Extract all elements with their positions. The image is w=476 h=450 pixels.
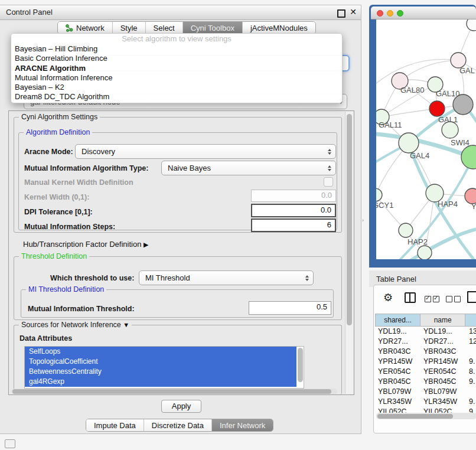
zoom-traffic-light-icon[interactable] xyxy=(397,10,403,17)
table-cell: 9. xyxy=(466,397,476,407)
settings-gear-icon[interactable]: ⚙ xyxy=(383,291,393,304)
table-row[interactable]: YPR145WYPR145W9. xyxy=(375,357,476,367)
table-row[interactable]: YER054CYER054C8. xyxy=(375,367,476,377)
table-toolbar: ⚙ xyxy=(374,290,476,306)
kernel-width-field[interactable]: 0.0 xyxy=(251,190,336,202)
control-panel-titlebar[interactable]: Control Panel ✕ xyxy=(0,5,361,20)
mi-threshold-group-title: MI Threshold Definition xyxy=(26,285,106,294)
dpi-tolerance-field[interactable]: 0.0 xyxy=(251,204,336,217)
aracne-mode-combobox[interactable]: Discovery xyxy=(75,144,336,159)
bottom-tab-infer-network[interactable]: Infer Network xyxy=(212,419,273,431)
network-node-gal4[interactable] xyxy=(399,133,419,153)
network-node-gal1[interactable] xyxy=(429,101,445,116)
minimize-traffic-light-icon[interactable] xyxy=(387,10,393,17)
table-cell: YDL19... xyxy=(420,327,466,337)
network-node[interactable] xyxy=(453,94,473,115)
column-header-2[interactable] xyxy=(465,314,476,326)
network-node[interactable] xyxy=(467,19,476,31)
manual-kernel-width-checkbox[interactable] xyxy=(324,177,333,187)
table-row[interactable]: YLR345WYLR345W9. xyxy=(375,397,476,407)
table-row[interactable]: YDL19...YDL19...13 xyxy=(375,327,476,337)
node-label: SWI4 xyxy=(451,138,470,147)
export-table-icon[interactable] xyxy=(467,291,476,303)
algorithm-option[interactable]: Mutual Information Inference xyxy=(11,73,342,83)
node-label: GAL xyxy=(459,66,475,75)
table-row[interactable]: YBR045CYBR045C9. xyxy=(375,377,476,387)
table-cell: YLR345W xyxy=(375,397,420,407)
node-label: GAL11 xyxy=(379,120,402,129)
list-vertical-scrollbar[interactable] xyxy=(298,348,303,382)
data-attribute-item-selected[interactable]: SelfLoops xyxy=(25,347,296,357)
close-traffic-light-icon[interactable] xyxy=(377,10,383,17)
table-cell: 9. xyxy=(466,377,476,387)
float-window-icon[interactable] xyxy=(337,9,345,18)
cyni-algorithm-settings-title: Cyni Algorithm Settings xyxy=(19,113,100,121)
stepper-arrows-icon xyxy=(328,149,331,155)
data-attributes-label: Data Attributes xyxy=(19,334,72,343)
select-all-checkboxes-icon[interactable] xyxy=(425,294,441,305)
algorithm-option[interactable]: ARACNE Algorithm xyxy=(11,64,342,73)
deselect-all-checkboxes-icon[interactable] xyxy=(446,294,462,305)
cytopanel-dock-icon[interactable] xyxy=(5,439,15,448)
network-node[interactable] xyxy=(461,145,476,169)
network-node-gcy1[interactable] xyxy=(376,188,382,201)
split-panel-icon[interactable] xyxy=(405,292,416,303)
data-attribute-item-selected[interactable]: gal4RGexp xyxy=(25,377,296,387)
algorithm-option[interactable]: Bayesian – Hill Climbing xyxy=(11,44,342,54)
table-horizontal-scrollbar[interactable] xyxy=(376,413,476,419)
settings-vertical-scrollbar[interactable] xyxy=(345,112,353,394)
hub-definition-section[interactable]: Hub/Transcription Factor Definition ▶ xyxy=(23,240,148,249)
network-node[interactable] xyxy=(418,246,432,259)
panel-splitter-handle[interactable]: › xyxy=(362,217,364,223)
which-threshold-combobox[interactable]: MI Threshold xyxy=(139,270,314,285)
network-node-swi4[interactable] xyxy=(442,122,458,138)
tab-label: jActiveMNodules xyxy=(250,24,308,32)
network-canvas[interactable]: GALGAL80GAL10GAL1GAL11SWI4GAL4GCY1HAP4YH… xyxy=(376,19,476,259)
bottom-tab-discretize-data[interactable]: Discretize Data xyxy=(144,419,212,431)
table-row[interactable]: YDR27...YDR27...12 xyxy=(375,337,476,347)
table-cell xyxy=(466,387,476,397)
tab-network[interactable]: Network xyxy=(58,22,113,34)
desktop: Control Panel ✕ NetworkStyleSelectCyni T… xyxy=(0,0,476,450)
tab-select[interactable]: Select xyxy=(146,22,183,34)
tab-cyni-toolbox[interactable]: Cyni Toolbox xyxy=(183,22,243,34)
table-cell: YBL079W xyxy=(420,387,466,397)
table-cell: YER054C xyxy=(375,367,420,377)
mi-steps-field[interactable]: 6 xyxy=(251,219,336,232)
table-cell: YBR043C xyxy=(375,347,420,357)
table-row[interactable]: YBR043CYBR043C xyxy=(375,347,476,357)
table-cell xyxy=(466,347,476,357)
data-attribute-item-selected[interactable]: TopologicalCoefficient xyxy=(25,357,296,367)
column-header-shared-[interactable]: shared... xyxy=(376,314,420,326)
algorithm-option[interactable]: Basic Correlation Inference xyxy=(11,54,342,63)
data-attribute-item-selected[interactable]: BetweennessCentrality xyxy=(25,367,296,377)
algorithm-option[interactable]: Dream8 DC_TDC Algorithm xyxy=(11,92,342,102)
data-attributes-list: SelfLoopsTopologicalCoefficientBetweenne… xyxy=(24,346,304,389)
bottom-tab-impute-data[interactable]: Impute Data xyxy=(86,419,144,431)
dpi-tolerance-label: DPI Tolerance [0,1]: xyxy=(24,208,93,216)
tab-style[interactable]: Style xyxy=(113,22,146,34)
network-node-hap2[interactable] xyxy=(399,223,413,237)
threshold-definition-title: Threshold Definition xyxy=(19,252,89,260)
chevron-right-icon[interactable]: ▶ xyxy=(144,241,148,248)
apply-button[interactable]: Apply xyxy=(161,400,201,413)
mi-algorithm-type-value: Naive Bayes xyxy=(168,164,211,172)
network-window-titlebar[interactable] xyxy=(371,6,476,19)
table-cell: 13 xyxy=(466,327,476,337)
algorithm-option[interactable]: Bayesian – K2 xyxy=(11,83,342,92)
column-header-name[interactable]: name xyxy=(420,314,465,326)
table-cell: YER054C xyxy=(420,367,466,377)
control-panel-window: Control Panel ✕ NetworkStyleSelectCyni T… xyxy=(0,5,361,434)
network-view-window[interactable]: GALGAL80GAL10GAL1GAL11SWI4GAL4GCY1HAP4YH… xyxy=(369,5,476,268)
algorithm-dropdown-placeholder: Select algorithm to view settings xyxy=(11,34,342,44)
mi-threshold-field[interactable]: 0.5 xyxy=(249,301,331,315)
mi-algorithm-type-combobox[interactable]: Naive Bayes xyxy=(161,161,336,175)
chevron-down-icon[interactable]: ▼ xyxy=(123,321,129,328)
table-row[interactable]: YBL079WYBL079W xyxy=(375,387,476,397)
table-cell: YBR045C xyxy=(420,377,466,387)
table-cell: YBR043C xyxy=(420,347,466,357)
tab-jactivemnodules[interactable]: jActiveMNodules xyxy=(243,22,315,34)
which-threshold-value: MI Threshold xyxy=(145,273,190,282)
close-icon[interactable]: ✕ xyxy=(350,7,357,17)
settings-horizontal-scrollbar[interactable] xyxy=(11,389,337,394)
